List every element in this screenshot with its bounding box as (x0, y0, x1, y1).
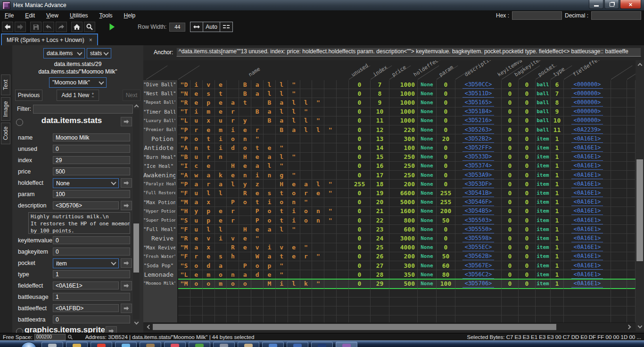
name-char-cell[interactable]: m (215, 279, 227, 288)
value-cell[interactable]: 255 (437, 189, 455, 198)
enum-cell[interactable]: None (418, 279, 437, 288)
name-char-cell[interactable] (276, 315, 288, 322)
value-cell[interactable]: 0 (437, 89, 455, 98)
value-cell[interactable]: 0 (502, 125, 519, 134)
name-char-cell[interactable]: v (203, 234, 215, 243)
value-cell[interactable]: 500 (389, 279, 418, 288)
name-char-cell[interactable]: r (227, 107, 239, 116)
name-char-cell[interactable] (251, 306, 264, 315)
value-cell[interactable]: 29 (371, 279, 389, 288)
empty-cell[interactable] (627, 116, 636, 125)
value-cell[interactable]: 0 (349, 225, 371, 234)
value-cell[interactable]: 1 (551, 153, 564, 162)
enum-cell[interactable]: None (418, 134, 437, 143)
undo-button[interactable] (43, 22, 54, 32)
name-char-cell[interactable]: e (251, 153, 264, 162)
pointer-cell[interactable]: <3D51B4> (455, 107, 502, 116)
value-cell[interactable]: 1 (551, 180, 564, 189)
value-cell[interactable]: 0 (437, 153, 455, 162)
value-cell[interactable]: 0 (349, 234, 371, 243)
enum-cell[interactable]: item (536, 153, 551, 162)
empty-cell[interactable] (551, 306, 564, 315)
name-char-cell[interactable] (312, 107, 324, 116)
name-char-cell[interactable]: i (288, 216, 300, 225)
name-char-cell[interactable]: "P (178, 134, 190, 143)
name-char-cell[interactable]: l (203, 225, 215, 234)
side-tab-text[interactable]: Text (1, 74, 10, 95)
pointer-cell[interactable]: <0A16E1> (564, 261, 611, 270)
name-char-cell[interactable] (215, 315, 227, 322)
name-char-cell[interactable]: a (203, 171, 215, 180)
value-cell[interactable]: 0 (502, 171, 519, 180)
name-char-cell[interactable]: " (288, 89, 300, 98)
value-cell[interactable]: 0 (502, 134, 519, 143)
empty-cell[interactable] (519, 306, 536, 315)
empty-cell[interactable] (536, 315, 551, 322)
value-cell[interactable]: 10 (551, 116, 564, 125)
enum-cell[interactable]: ball (536, 89, 551, 98)
name-char-cell[interactable]: "R (178, 98, 190, 107)
pointer-cell[interactable]: <3D5550> (455, 225, 502, 234)
pointer-cell[interactable]: <3D541B> (455, 189, 502, 198)
pointer-cell[interactable]: <3D52B2> (455, 134, 502, 143)
name-char-cell[interactable]: i (251, 171, 264, 180)
name-char-cell[interactable]: n (239, 134, 251, 143)
enum-cell[interactable]: None (418, 89, 437, 98)
name-char-cell[interactable] (300, 162, 313, 171)
filter-input[interactable] (33, 105, 133, 114)
name-char-cell[interactable] (276, 134, 288, 143)
name-char-cell[interactable]: l (276, 107, 288, 116)
enum-cell[interactable]: None (418, 225, 437, 234)
enum-cell[interactable]: None (418, 270, 437, 279)
name-char-cell[interactable] (324, 261, 337, 270)
empty-cell[interactable] (611, 270, 627, 279)
value-cell[interactable]: 3000 (389, 234, 418, 243)
empty-cell[interactable] (627, 225, 636, 234)
value-cell[interactable]: 9 (551, 107, 564, 116)
name-char-cell[interactable]: y (239, 116, 251, 125)
enum-cell[interactable]: None (418, 153, 437, 162)
name-char-cell[interactable]: p (264, 261, 276, 270)
back-button[interactable] (2, 22, 13, 32)
empty-cell[interactable] (611, 297, 627, 306)
value-cell[interactable]: 0 (519, 279, 536, 288)
name-char-cell[interactable]: p (203, 216, 215, 225)
menu-view[interactable]: View (46, 12, 58, 19)
name-char-cell[interactable]: a (215, 261, 227, 270)
name-char-cell[interactable] (251, 279, 264, 288)
hex-input[interactable] (512, 11, 562, 20)
param-field[interactable]: 100 (53, 190, 130, 198)
value-cell[interactable]: 100 (389, 143, 418, 152)
name-char-cell[interactable] (264, 125, 276, 134)
empty-cell[interactable] (455, 315, 502, 322)
empty-cell[interactable] (627, 80, 636, 89)
name-char-cell[interactable]: a (276, 98, 288, 107)
value-cell[interactable]: 5000 (389, 198, 418, 207)
scroll-left-icon[interactable] (144, 323, 153, 331)
value-cell[interactable]: 12 (371, 125, 389, 134)
value-cell[interactable]: 14 (371, 143, 389, 152)
value-cell[interactable]: 200 (389, 252, 418, 261)
name-char-cell[interactable]: o (264, 207, 276, 216)
value-cell[interactable]: 0 (349, 134, 371, 143)
enum-cell[interactable]: None (418, 171, 437, 180)
name-char-cell[interactable]: r (227, 216, 239, 225)
name-char-cell[interactable]: x (203, 198, 215, 207)
name-char-cell[interactable] (288, 289, 300, 297)
name-char-cell[interactable] (337, 279, 349, 288)
value-cell[interactable]: 0 (349, 198, 371, 207)
name-char-cell[interactable]: "D (178, 80, 190, 89)
value-cell[interactable]: 1 (551, 207, 564, 216)
name-char-cell[interactable]: n (239, 171, 251, 180)
value-cell[interactable]: 0 (502, 89, 519, 98)
empty-cell[interactable] (627, 153, 636, 162)
name-char-cell[interactable] (227, 297, 239, 306)
type-field[interactable]: 1 (53, 270, 130, 278)
name-char-cell[interactable]: o (190, 134, 203, 143)
value-cell[interactable]: 350 (389, 270, 418, 279)
empty-cell[interactable] (389, 297, 418, 306)
name-char-cell[interactable] (251, 98, 264, 107)
enum-cell[interactable]: None (418, 243, 437, 252)
value-cell[interactable]: 0 (502, 216, 519, 225)
name-char-cell[interactable]: "M (178, 243, 190, 252)
